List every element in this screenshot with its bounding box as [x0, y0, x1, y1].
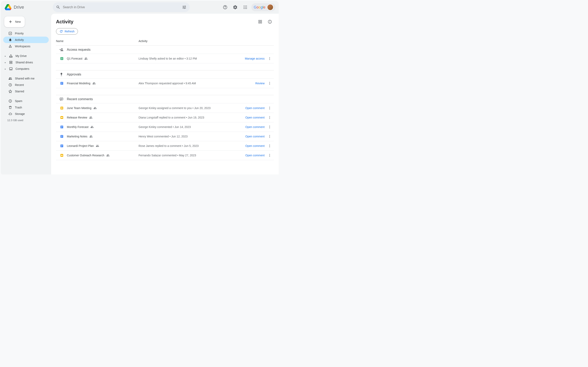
svg-point-63	[269, 127, 270, 127]
settings-icon[interactable]	[231, 3, 239, 11]
drive-logo-icon[interactable]	[4, 3, 12, 11]
chevron-right-icon: ▸	[5, 61, 6, 64]
more-icon[interactable]	[267, 81, 272, 86]
star-icon	[9, 90, 12, 93]
action-link[interactable]: Open comment	[245, 154, 264, 157]
activity-text: Alex Thompson requested approval • 9:45 …	[138, 82, 255, 85]
user-avatar[interactable]	[267, 4, 273, 10]
more-icon[interactable]	[267, 153, 272, 158]
workspaces-icon	[9, 44, 12, 48]
activity-text: Diana Longstaff replied to a comment • J…	[138, 116, 245, 119]
grid-view-icon[interactable]	[256, 18, 264, 26]
file-name: June Team Meeting	[67, 107, 97, 110]
action-link[interactable]: Manage access	[245, 57, 264, 60]
svg-point-8	[244, 8, 245, 9]
svg-rect-54	[61, 117, 63, 118]
svg-point-5	[244, 7, 245, 8]
chevron-right-icon: ▸	[5, 68, 6, 70]
sidebar-item-workspaces[interactable]: Workspaces	[3, 43, 49, 50]
svg-point-2	[244, 6, 245, 7]
search-options-icon[interactable]	[182, 5, 187, 9]
refresh-label: Refresh	[65, 30, 75, 33]
svg-point-12	[10, 45, 11, 46]
header: Drive Google	[1, 1, 279, 14]
sidebar-item-label: Spam	[15, 100, 22, 103]
sidebar-item-computers[interactable]: ▸Computers	[3, 66, 49, 72]
search-input[interactable]	[63, 5, 182, 9]
svg-rect-15	[9, 57, 12, 57]
sidebar-item-starred[interactable]: Starred	[3, 88, 49, 95]
new-button[interactable]: New	[4, 16, 25, 27]
action-link[interactable]: Open comment	[245, 135, 264, 138]
sidebar-item-storage[interactable]: Storage	[3, 111, 49, 117]
section-access-requests: Access requestsQ1 Forecast Lindsay Shell…	[56, 45, 274, 63]
sidebar-item-trash[interactable]: Trash	[3, 104, 49, 111]
spam-icon	[9, 99, 12, 103]
new-button-label: New	[15, 20, 21, 23]
sidebar-item-label: Shared drives	[16, 61, 33, 64]
sidebar-item-priority[interactable]: Priority	[3, 30, 49, 37]
svg-point-81	[269, 154, 270, 155]
storage-used-text: 12.3 GB used	[3, 117, 49, 122]
sheets-file-icon	[59, 57, 64, 60]
more-icon[interactable]	[267, 105, 272, 111]
more-icon[interactable]	[267, 115, 272, 120]
action-link[interactable]: Review	[255, 82, 264, 85]
more-icon[interactable]	[267, 56, 272, 61]
more-icon[interactable]	[267, 143, 272, 149]
sidebar-item-label: Activity	[15, 38, 24, 42]
more-icon[interactable]	[267, 134, 272, 139]
svg-point-35	[269, 57, 270, 58]
file-name: Customer Outreach Research	[67, 154, 110, 157]
sidebar-item-activity[interactable]: Activity	[3, 37, 49, 43]
activity-row[interactable]: Marketing Notes Henry West commented • J…	[56, 132, 274, 141]
refresh-icon	[60, 30, 63, 33]
more-icon[interactable]	[267, 124, 272, 130]
action-link[interactable]: Open comment	[245, 125, 264, 129]
action-link[interactable]: Open comment	[245, 144, 264, 148]
sidebar-item-my-drive[interactable]: ▸My Drive	[3, 53, 49, 59]
svg-point-69	[269, 135, 270, 136]
section-approvals: ApprovalsFinancial Modeling Alex Thompso…	[56, 70, 274, 88]
plus-icon	[8, 19, 13, 24]
shared-icon	[89, 135, 93, 138]
activity-row[interactable]: Release Review Diana Longstaff replied t…	[56, 113, 274, 122]
svg-rect-49	[61, 108, 63, 109]
help-icon[interactable]	[221, 3, 229, 11]
header-right: Google	[221, 3, 275, 11]
activity-row[interactable]: Customer Outreach Research Fernando Sala…	[56, 150, 274, 160]
svg-point-6	[245, 7, 246, 8]
svg-point-51	[269, 108, 270, 108]
action-link[interactable]: Open comment	[245, 116, 264, 119]
activity-row[interactable]: Leonardi Project Plan Rose James replied…	[56, 141, 274, 150]
sidebar-item-label: Computers	[16, 67, 29, 70]
activity-row[interactable]: June Team Meeting George Kinley assigned…	[56, 103, 274, 113]
action-link[interactable]: Open comment	[245, 107, 264, 110]
sidebar-item-label: My Drive	[16, 54, 26, 58]
refresh-button[interactable]: Refresh	[56, 28, 78, 35]
clock-icon	[9, 83, 12, 87]
comment-icon	[59, 97, 64, 101]
sidebar-item-shared-with-me[interactable]: Shared with me	[3, 75, 49, 82]
apps-icon[interactable]	[241, 3, 249, 11]
sidebar-item-recent[interactable]: Recent	[3, 82, 49, 88]
sidebar-item-label: Workspaces	[15, 45, 30, 48]
svg-point-10	[246, 8, 247, 9]
account-chip[interactable]: Google	[251, 3, 275, 11]
sidebar-item-shared-drives[interactable]: ▸Shared drives	[3, 59, 49, 66]
activity-row[interactable]: Financial Modeling Alex Thompson request…	[56, 78, 274, 88]
file-name: Marketing Notes	[67, 135, 93, 138]
page-title: Activity	[56, 19, 74, 25]
activity-row[interactable]: Monthly Forecast George Kinley commented…	[56, 122, 274, 132]
sidebar-item-label: Priority	[15, 32, 24, 35]
svg-point-52	[269, 109, 270, 109]
docs-file-icon	[59, 144, 64, 148]
my-drive-icon	[9, 54, 13, 58]
activity-row[interactable]: Q1 Forecast Lindsay Shelly asked to be a…	[56, 54, 274, 63]
search-icon	[56, 5, 60, 9]
shared-icon	[90, 125, 94, 129]
search-bar[interactable]	[53, 2, 190, 12]
slides-file-icon	[59, 116, 64, 119]
info-icon[interactable]	[266, 18, 274, 26]
sidebar-item-spam[interactable]: Spam	[3, 98, 49, 104]
